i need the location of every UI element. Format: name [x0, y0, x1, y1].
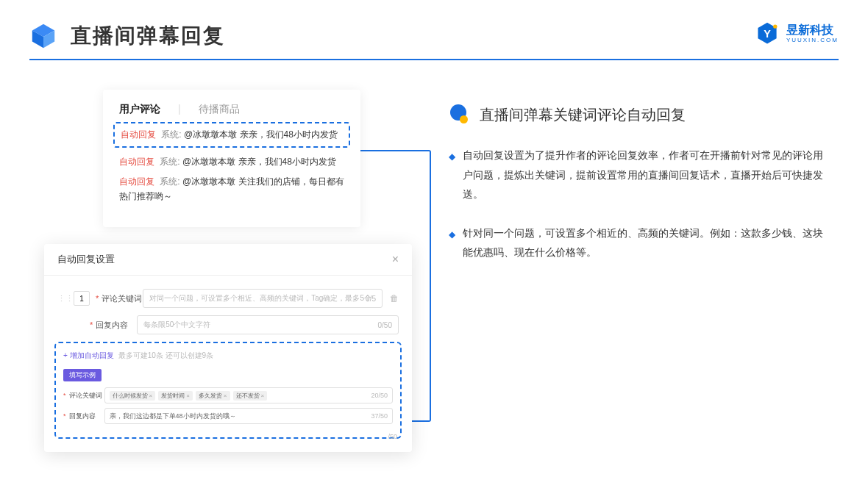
keyword-label: 评论关键词 — [102, 293, 143, 304]
brand-name-en: YUUXIN.COM — [786, 37, 839, 43]
keyword-chip[interactable]: 什么时候发货× — [110, 391, 156, 401]
keyword-input[interactable]: 对同一个问题，可设置多个相近、高频的关键词，Tag确定，最多5个 0/5 — [143, 289, 383, 308]
svg-point-4 — [773, 24, 777, 28]
close-icon[interactable]: × — [392, 253, 399, 266]
tab-user-comments[interactable]: 用户评论 — [119, 103, 160, 116]
comments-card: 用户评论 | 待播商品 自动回复 系统: @冰墩墩本墩 亲亲，我们48小时内发货… — [103, 90, 360, 227]
section-title: 直播间弹幕关键词评论自动回复 — [480, 105, 686, 125]
add-hint: 最多可建10条 还可以创建9条 — [118, 351, 213, 361]
bubble-icon — [449, 104, 469, 125]
example-keyword-input[interactable]: 什么时候发货× 发货时间× 多久发货× 还不发货× 20/50 — [104, 387, 393, 403]
page-title: 直播间弹幕回复 — [71, 22, 225, 50]
add-auto-reply-link[interactable]: + 增加自动回复 — [63, 351, 114, 361]
delete-icon[interactable]: 🗑 — [390, 293, 399, 304]
comment-row: 自动回复 系统: @冰墩墩本墩 关注我们的店铺，每日都有热门推荐哟～ — [119, 175, 344, 203]
example-reply-input[interactable]: 亲，我们这边都是下单48小时内发货的哦～ 37/50 — [104, 408, 393, 424]
auto-reply-settings-modal: 自动回复设置 × ⋮⋮ 1 * 评论关键词 对同一个问题，可设置多个相近、高频的… — [44, 244, 412, 452]
keyword-chip[interactable]: 多久发货× — [196, 391, 230, 401]
diamond-icon: ◆ — [449, 226, 455, 262]
tab-pending-goods[interactable]: 待播商品 — [199, 103, 240, 116]
brand-logo: Y 昱新科技 YUUXIN.COM — [754, 21, 839, 47]
cube-icon — [29, 22, 57, 50]
keyword-chip[interactable]: 还不发货× — [233, 391, 268, 401]
rule-number: 1 — [74, 291, 90, 306]
reply-content-input[interactable]: 每条限50个中文字符 0/50 — [137, 315, 399, 334]
example-box: + 增加自动回复 最多可建10条 还可以创建9条 填写示例 * 评论关键词 什么… — [54, 342, 402, 439]
comment-row: 自动回复 系统: @冰墩墩本墩 亲亲，我们48小时内发货 — [119, 155, 344, 169]
brand-name-cn: 昱新科技 — [786, 24, 839, 36]
drag-handle-icon[interactable]: ⋮⋮ — [57, 294, 68, 304]
reply-content-label: 回复内容 — [96, 320, 137, 331]
bullet-item: ◆ 自动回复设置为了提升作者的评论回复效率，作者可在开播前针对常见的评论用户问题… — [449, 146, 831, 204]
outer-counter: /50 — [388, 433, 397, 440]
comment-row-highlighted: 自动回复 系统: @冰墩墩本墩 亲亲，我们48小时内发货 — [113, 122, 350, 148]
keyword-chip[interactable]: 发货时间× — [158, 391, 193, 401]
svg-text:Y: Y — [764, 28, 771, 40]
diamond-icon: ◆ — [449, 148, 455, 204]
example-badge: 填写示例 — [63, 369, 102, 381]
modal-title: 自动回复设置 — [57, 253, 115, 266]
bullet-item: ◆ 针对同一个问题，可设置多个相近的、高频的关键词。例如：这款多少钱、这块能优惠… — [449, 223, 831, 262]
